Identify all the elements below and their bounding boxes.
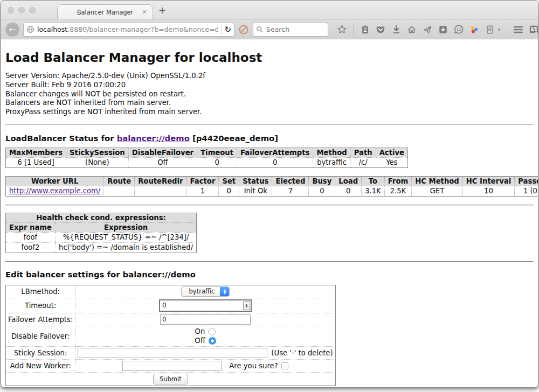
balancer-demo-link[interactable]: balancer://demo <box>117 134 190 143</box>
form-row-disable-failover: Disable Failover: On Off <box>6 326 336 346</box>
number-spinner-icon[interactable]: ▲▼ <box>243 301 250 310</box>
form-row-failover-attempts: Failover Attempts: <box>6 313 336 326</box>
cell-stickysession: (None) <box>66 157 129 167</box>
timeout-label: Timeout: <box>6 298 75 313</box>
are-you-sure-label: Are you sure? <box>229 362 278 370</box>
form-row-submit: Submit <box>6 372 336 386</box>
color-dots-extension-icon[interactable] <box>469 24 480 35</box>
url-path: :8880/balancer-manager?b=demo&nonce=decc… <box>67 25 218 33</box>
server-built-line: Server Built: Feb 9 2016 07:00:20 <box>5 81 534 90</box>
send-plane-icon[interactable] <box>422 24 433 35</box>
failover-attempts-input[interactable] <box>160 314 251 325</box>
cell-expr-name: foof2 <box>6 242 56 253</box>
health-check-table: Health check cond. expressions: Expr nam… <box>5 213 197 253</box>
col-timeout: Timeout <box>197 148 237 157</box>
home-icon[interactable] <box>406 24 417 35</box>
edit-balancer-form: LBmethod: bytraffic ▲▼ Timeout: 0 ▲▼ <box>5 285 336 386</box>
globe-icon <box>26 25 34 33</box>
cell-hc-interval: 10 <box>462 186 514 196</box>
col-path: Path <box>350 148 376 157</box>
sticky-session-label: Sticky Session: <box>6 346 75 359</box>
back-button[interactable]: ← <box>5 23 19 37</box>
col-expr-name: Expr name <box>6 222 56 232</box>
timeout-value: 0 <box>162 302 243 309</box>
col-expression: Expression <box>56 222 197 232</box>
toolbar-dropdown-caret-icon[interactable]: ▾ <box>498 27 501 32</box>
are-you-sure-checkbox[interactable] <box>281 362 288 369</box>
worker-status-table: Worker URL Route RouteRedir Factor Set S… <box>5 176 538 197</box>
bookmark-star-icon[interactable] <box>336 24 347 35</box>
blocked-indicator-icon[interactable] <box>238 24 249 35</box>
cell-path: /c/ <box>350 157 376 167</box>
add-worker-label: Add New Worker: <box>6 359 75 372</box>
table-row: foof2 hc('body') =~ /domain is establish… <box>6 242 197 253</box>
downloads-icon[interactable] <box>391 24 402 35</box>
lbmethod-select[interactable]: bytraffic ▲▼ <box>181 286 230 297</box>
col-route: Route <box>104 176 135 186</box>
pocket-icon[interactable] <box>375 24 386 35</box>
table-header-row: MaxMembers StickySession DisableFailover… <box>6 148 408 157</box>
timeout-input[interactable]: 0 ▲▼ <box>159 299 252 312</box>
divider <box>5 124 534 125</box>
search-input[interactable] <box>265 25 319 34</box>
window-controls <box>8 7 36 13</box>
sticky-session-input[interactable] <box>78 348 267 358</box>
disable-failover-off-radio[interactable] <box>209 337 216 345</box>
lbmethod-selected-value: bytraffic <box>182 287 220 296</box>
col-busy: Busy <box>309 176 335 186</box>
server-info: Server Version: Apache/2.5.0-dev (Unix) … <box>5 72 534 117</box>
chat-smiley-icon[interactable] <box>453 24 464 35</box>
tab-groups-icon[interactable] <box>529 24 538 35</box>
tab-balancer-manager[interactable]: Balancer Manager × <box>57 4 153 19</box>
persist-warning-line: Balancer changes will NOT be persisted o… <box>5 90 534 99</box>
table-header-row: Worker URL Route RouteRedir Factor Set S… <box>6 176 539 186</box>
add-worker-input[interactable] <box>122 361 222 371</box>
status-prefix: LoadBalancer Status for <box>5 134 117 143</box>
page-content: Load Balancer Manager for localhost Serv… <box>1 51 538 388</box>
divider <box>5 261 534 262</box>
table-header-row: Expr name Expression <box>6 222 197 232</box>
col-maxmembers: MaxMembers <box>6 148 66 157</box>
url-bar[interactable]: localhost:8880/balancer-manager?b=demo&n… <box>23 23 234 37</box>
cell-failoverattempts: 0 <box>237 157 313 167</box>
disable-failover-on-radio[interactable] <box>208 328 216 335</box>
close-window-button[interactable] <box>8 7 14 13</box>
disable-failover-label: Disable Failover: <box>6 326 75 346</box>
bookmarks-clipboard-icon[interactable] <box>360 24 370 35</box>
search-icon <box>256 26 263 33</box>
col-passes: Passes <box>515 176 538 186</box>
balancer-status-table: MaxMembers StickySession DisableFailover… <box>5 148 408 168</box>
submit-button[interactable]: Submit <box>153 374 188 384</box>
cell-load: 0 <box>335 186 362 196</box>
url-host: localhost <box>37 25 67 33</box>
cell-route <box>104 186 135 196</box>
col-status: Status <box>239 176 272 186</box>
new-tab-button[interactable]: + <box>158 5 166 16</box>
col-to: To <box>362 176 385 186</box>
navigation-bar: ← localhost:8880/balancer-manager?b=demo… <box>1 19 538 39</box>
search-bar[interactable] <box>253 23 328 37</box>
url-text[interactable]: localhost:8880/balancer-manager?b=demo&n… <box>37 25 218 33</box>
radio-off-label: Off <box>195 337 205 345</box>
table-row: http://www.example.com/ 1 0 Init Ok 7 0 … <box>6 186 539 196</box>
col-worker-url: Worker URL <box>6 176 104 186</box>
zoom-window-button[interactable] <box>29 7 36 13</box>
col-from: From <box>384 176 411 186</box>
col-stickysession: StickySession <box>66 148 129 157</box>
url-divider <box>221 25 222 34</box>
cell-elected: 7 <box>272 186 309 196</box>
cell-expression: hc('body') =~ /domain is established/ <box>56 242 197 253</box>
cell-routeredir <box>135 186 186 196</box>
worker-url-link[interactable]: http://www.example.com/ <box>9 187 100 195</box>
cell-to: 3.1K <box>362 186 385 196</box>
hamburger-menu-icon[interactable] <box>513 24 524 35</box>
toolbar-separator <box>353 24 354 35</box>
notes-panel-icon[interactable] <box>485 24 495 35</box>
reload-icon[interactable]: ↻ <box>224 25 231 34</box>
tab-close-icon[interactable]: × <box>142 8 147 16</box>
save-to-box-icon[interactable] <box>438 24 448 35</box>
minimize-window-button[interactable] <box>18 7 25 13</box>
table-row: 6 [1 Used] (None) Off 0 0 bytraffic /c/ … <box>6 157 408 167</box>
toolbar-separator-2 <box>507 24 507 35</box>
tab-bar: Balancer Manager × + <box>1 1 538 19</box>
